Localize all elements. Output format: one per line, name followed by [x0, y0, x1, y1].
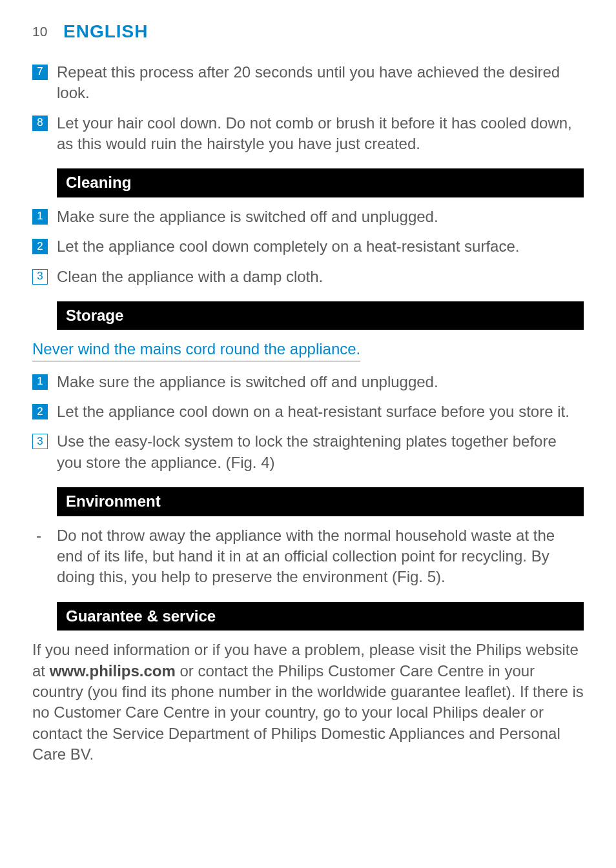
step-item: 8Let your hair cool down. Do not comb or… [32, 113, 584, 155]
step-number: 2 [32, 404, 48, 419]
step-item: 3Use the easy-lock system to lock the st… [32, 431, 584, 473]
section-storage-header: Storage [57, 301, 584, 330]
step-text: Clean the appliance with a damp cloth. [57, 267, 584, 287]
bullet-text: Do not throw away the appliance with the… [57, 525, 584, 588]
step-item: 1Make sure the appliance is switched off… [32, 207, 584, 227]
guarantee-url: www.philips.com [50, 662, 176, 680]
step-number: 8 [32, 116, 48, 131]
cleaning-steps: 1Make sure the appliance is switched off… [32, 207, 584, 287]
step-text: Let the appliance cool down completely o… [57, 236, 584, 257]
step-item: 2Let the appliance cool down completely … [32, 236, 584, 257]
section-cleaning-header: Cleaning [57, 168, 584, 197]
step-number: 3 [32, 269, 48, 285]
environment-bullets: -Do not throw away the appliance with th… [32, 525, 584, 588]
step-number: 1 [32, 374, 48, 390]
storage-note: Never wind the mains cord round the appl… [32, 339, 360, 361]
step-text: Repeat this process after 20 seconds unt… [57, 62, 584, 104]
step-number: 1 [32, 209, 48, 225]
step-number: 2 [32, 239, 48, 254]
section-guarantee-header: Guarantee & service [57, 602, 584, 631]
bullet-item: -Do not throw away the appliance with th… [32, 525, 584, 588]
bullet-dash: - [32, 525, 57, 546]
step-text: Make sure the appliance is switched off … [57, 207, 584, 227]
guarantee-paragraph: If you need information or if you have a… [32, 640, 584, 765]
step-text: Let the appliance cool down on a heat-re… [57, 401, 584, 422]
step-number: 3 [32, 434, 48, 449]
step-text: Let your hair cool down. Do not comb or … [57, 113, 584, 155]
storage-steps: 1Make sure the appliance is switched off… [32, 372, 584, 474]
step-item: 2Let the appliance cool down on a heat-r… [32, 401, 584, 422]
step-text: Use the easy-lock system to lock the str… [57, 431, 584, 473]
page-number: 10 [32, 24, 47, 39]
step-item: 1Make sure the appliance is switched off… [32, 372, 584, 392]
language-title: ENGLISH [63, 21, 148, 41]
step-item: 7Repeat this process after 20 seconds un… [32, 62, 584, 104]
step-item: 3Clean the appliance with a damp cloth. [32, 267, 584, 287]
page-header: 10 ENGLISH [32, 19, 584, 44]
intro-steps: 7Repeat this process after 20 seconds un… [32, 62, 584, 155]
storage-note-wrap: Never wind the mains cord round the appl… [32, 339, 584, 371]
step-number: 7 [32, 65, 48, 80]
step-text: Make sure the appliance is switched off … [57, 372, 584, 392]
section-environment-header: Environment [57, 487, 584, 516]
